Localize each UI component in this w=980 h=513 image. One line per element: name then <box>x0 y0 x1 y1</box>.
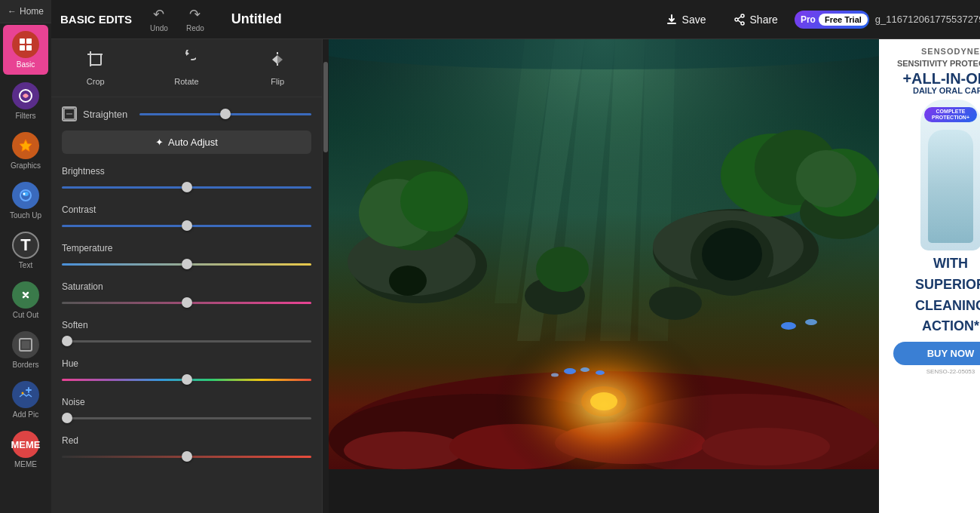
sidebar-item-borders-label: Borders <box>12 361 38 369</box>
soften-label: Soften <box>62 320 311 330</box>
rotate-tool[interactable]: Rotate <box>167 45 206 91</box>
pro-label: Pro <box>801 14 816 25</box>
crop-tool[interactable]: Crop <box>78 45 113 91</box>
sidebar-item-cutout[interactable]: Cut Out <box>0 275 51 325</box>
red-slider[interactable] <box>62 450 311 463</box>
saturation-group: Saturation <box>62 281 311 309</box>
sidebar-item-touchup[interactable]: Touch Up <box>0 176 51 226</box>
contrast-slider[interactable] <box>62 219 311 232</box>
sidebar: ← Home Basic Filters Graphic <box>0 0 51 513</box>
flip-tool[interactable]: Flip <box>260 45 295 91</box>
wand-icon: ✦ <box>155 137 164 148</box>
svg-point-13 <box>22 392 24 395</box>
brightness-slider[interactable] <box>62 180 311 194</box>
share-button[interactable]: Share <box>723 9 789 30</box>
sidebar-item-basic[interactable]: Basic <box>3 25 48 75</box>
ad-tagline3: CLEANING <box>887 299 980 314</box>
sidebar-item-touchup-label: Touch Up <box>10 211 41 220</box>
filters-icon <box>12 82 39 109</box>
ad-headline2: +ALL-IN-ONE <box>887 71 980 86</box>
svg-point-8 <box>23 193 26 195</box>
soften-slider[interactable] <box>62 334 311 348</box>
scrollbar-thumb[interactable] <box>323 62 328 152</box>
svg-line-19 <box>738 20 741 23</box>
svg-point-67 <box>805 319 817 325</box>
edit-panel-scrollbar[interactable] <box>323 39 329 513</box>
canvas-svg <box>329 39 879 469</box>
flip-icon <box>268 50 287 74</box>
svg-rect-3 <box>26 45 32 51</box>
sidebar-item-addpic-label: Add Pic <box>13 410 38 419</box>
pro-badge[interactable]: Pro Free Trial <box>795 11 869 29</box>
auto-adjust-button[interactable]: ✦ Auto Adjust <box>62 131 311 154</box>
brightness-label: Brightness <box>62 166 311 177</box>
ad-headline1: SENSITIVITY PROTECTION <box>887 59 980 68</box>
undo-button[interactable]: ↶ Undo <box>144 3 174 35</box>
saturation-label: Saturation <box>62 281 311 292</box>
temperature-label: Temperature <box>62 243 311 253</box>
ad-panel: SENSODYNE SENSITIVITY PROTECTION +ALL-IN… <box>879 39 980 513</box>
edit-controls: Straighten ✦ Auto Adjust Brightness <box>51 97 322 513</box>
ad-small-text: SENSO-22-05053 <box>887 368 980 375</box>
crop-icon <box>86 50 106 74</box>
share-icon <box>733 14 746 26</box>
straighten-slider[interactable] <box>139 107 311 121</box>
meme-icon: MEME <box>12 431 39 458</box>
redo-icon: ↷ <box>189 6 201 23</box>
ad-tagline4: ACTION* <box>887 319 980 334</box>
sidebar-item-meme[interactable]: MEME MEME <box>0 425 51 475</box>
content-area: Crop Rotate <box>51 39 980 513</box>
touchup-icon <box>12 182 39 209</box>
hue-group: Hue <box>62 358 311 386</box>
sidebar-item-borders[interactable]: Borders <box>0 325 51 375</box>
rotate-label: Rotate <box>174 77 198 86</box>
rotate-icon <box>176 50 196 74</box>
borders-icon <box>12 331 39 358</box>
svg-point-66 <box>781 322 796 330</box>
red-group: Red <box>62 435 311 463</box>
noise-slider[interactable] <box>62 411 311 425</box>
sidebar-item-text[interactable]: T Text <box>0 226 51 275</box>
save-label: Save <box>682 14 706 26</box>
noise-group: Noise <box>62 397 311 425</box>
back-arrow-icon: ← <box>8 6 17 17</box>
sidebar-item-meme-label: MEME <box>14 460 37 468</box>
user-menu[interactable]: g_116712061775537279179 ▼ <box>875 14 980 25</box>
hue-label: Hue <box>62 358 311 369</box>
text-icon: T <box>12 232 39 259</box>
svg-point-61 <box>581 386 626 416</box>
hue-slider[interactable] <box>62 373 311 386</box>
sidebar-item-text-label: Text <box>19 261 32 269</box>
svg-rect-12 <box>20 390 32 399</box>
sidebar-item-cutout-label: Cut Out <box>13 311 38 319</box>
redo-button[interactable]: ↷ Redo <box>180 3 210 35</box>
straighten-label: Straighten <box>83 109 127 120</box>
svg-point-16 <box>735 18 738 21</box>
svg-marker-23 <box>186 51 189 56</box>
back-button[interactable]: ← Home <box>0 0 51 23</box>
noise-label: Noise <box>62 397 311 407</box>
save-button[interactable]: Save <box>655 9 717 30</box>
ad-complete-badge: COMPLETE PROTECTION+ <box>924 107 977 122</box>
sidebar-item-addpic[interactable]: Add Pic <box>0 375 51 425</box>
sidebar-item-graphics[interactable]: Graphics <box>0 126 51 176</box>
svg-point-64 <box>596 370 605 375</box>
saturation-slider[interactable] <box>62 296 311 309</box>
temperature-slider[interactable] <box>62 257 311 271</box>
graphics-icon <box>12 132 39 159</box>
ad-product-image: COMPLETE PROTECTION+ <box>920 100 980 250</box>
straighten-row: Straighten <box>62 106 311 121</box>
addpic-icon <box>12 381 39 408</box>
sidebar-item-filters[interactable]: Filters <box>0 76 51 126</box>
free-trial-label: Free Trial <box>819 14 868 26</box>
temperature-group: Temperature <box>62 243 311 271</box>
ad-cta-button[interactable]: BUY NOW <box>893 342 981 365</box>
panel-title: BASIC EDITS <box>60 13 132 26</box>
sidebar-item-filters-label: Filters <box>15 112 35 120</box>
undo-label: Undo <box>150 24 168 32</box>
ad-tube <box>928 130 973 243</box>
canvas-area <box>329 39 879 513</box>
svg-point-65 <box>551 373 559 377</box>
canvas-image <box>329 39 879 469</box>
red-label: Red <box>62 435 311 446</box>
